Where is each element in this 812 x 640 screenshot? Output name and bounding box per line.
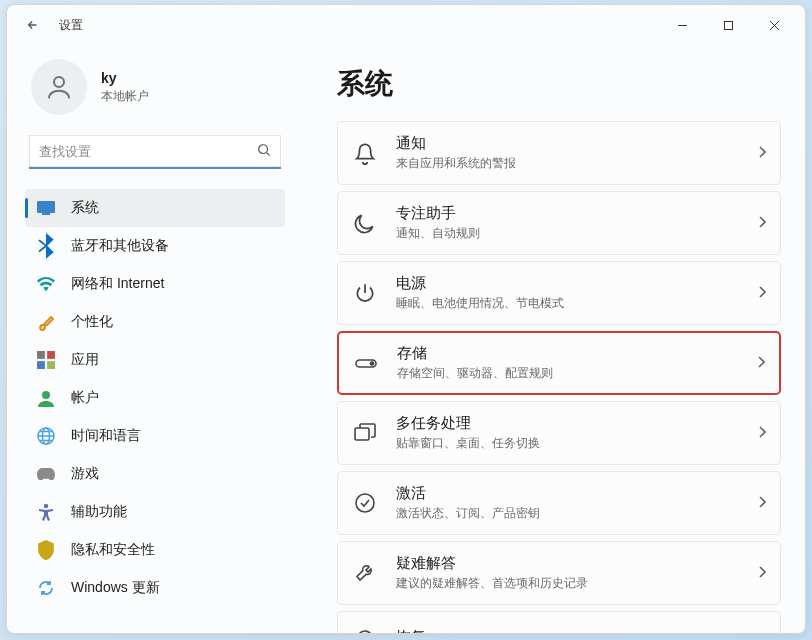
sidebar-item-account[interactable]: 帐户 (25, 379, 285, 417)
gamepad-icon (37, 465, 55, 483)
sidebar-item-shield[interactable]: 隐私和安全性 (25, 531, 285, 569)
power-icon (354, 282, 376, 304)
svg-rect-7 (37, 361, 45, 369)
card-title: 激活 (396, 484, 750, 503)
settings-window: 设置 ky 本地帐户 系统蓝牙和 (6, 4, 806, 634)
card-power[interactable]: 电源睡眠、电池使用情况、节电模式 (337, 261, 781, 325)
titlebar: 设置 (7, 5, 805, 45)
check-icon (354, 492, 376, 514)
svg-rect-4 (42, 213, 50, 215)
card-multitask[interactable]: 多任务处理贴靠窗口、桌面、任务切换 (337, 401, 781, 465)
sidebar-item-label: 时间和语言 (71, 427, 141, 445)
system-icon (37, 199, 55, 217)
card-desc: 贴靠窗口、桌面、任务切换 (396, 435, 750, 452)
wrench-icon (354, 562, 376, 584)
minimize-button[interactable] (659, 9, 705, 41)
search-input[interactable] (29, 135, 281, 169)
sidebar-item-label: Windows 更新 (71, 579, 160, 597)
sidebar-item-accessibility[interactable]: 辅助功能 (25, 493, 285, 531)
sidebar-item-gamepad[interactable]: 游戏 (25, 455, 285, 493)
chevron-right-icon (758, 214, 766, 232)
svg-point-2 (259, 145, 268, 154)
profile-subtitle: 本地帐户 (101, 88, 149, 105)
chevron-right-icon (758, 564, 766, 582)
svg-point-16 (356, 494, 374, 512)
card-title: 恢复 (396, 628, 766, 633)
card-wrench[interactable]: 疑难解答建议的疑难解答、首选项和历史记录 (337, 541, 781, 605)
chevron-right-icon (757, 354, 765, 372)
sidebar-item-label: 网络和 Internet (71, 275, 164, 293)
card-recover[interactable]: 恢复 (337, 611, 781, 633)
svg-point-1 (54, 77, 64, 87)
sidebar-item-system[interactable]: 系统 (25, 189, 285, 227)
svg-rect-5 (37, 351, 45, 359)
card-desc: 激活状态、订阅、产品密钥 (396, 505, 750, 522)
wifi-icon (37, 275, 55, 293)
search-container (29, 135, 281, 169)
person-icon (44, 72, 74, 102)
avatar (31, 59, 87, 115)
profile-name: ky (101, 70, 149, 86)
svg-point-12 (44, 504, 48, 508)
page-title: 系统 (337, 65, 781, 103)
minimize-icon (677, 20, 688, 31)
body: ky 本地帐户 系统蓝牙和其他设备网络和 Internet个性化应用帐户时间和语… (7, 45, 805, 633)
close-icon (769, 20, 780, 31)
card-text: 电源睡眠、电池使用情况、节电模式 (396, 274, 750, 312)
bluetooth-icon (37, 237, 55, 255)
multitask-icon (354, 422, 376, 444)
card-title: 通知 (396, 134, 750, 153)
sidebar-item-brush[interactable]: 个性化 (25, 303, 285, 341)
card-title: 电源 (396, 274, 750, 293)
card-check[interactable]: 激活激活状态、订阅、产品密钥 (337, 471, 781, 535)
arrow-left-icon (26, 18, 40, 32)
card-storage[interactable]: 存储存储空间、驱动器、配置规则 (337, 331, 781, 395)
sidebar-item-label: 隐私和安全性 (71, 541, 155, 559)
bell-icon (354, 142, 376, 164)
sidebar-item-wifi[interactable]: 网络和 Internet (25, 265, 285, 303)
card-text: 通知来自应用和系统的警报 (396, 134, 750, 172)
card-text: 恢复 (396, 628, 766, 633)
sidebar-item-update[interactable]: Windows 更新 (25, 569, 285, 607)
sidebar-item-globe[interactable]: 时间和语言 (25, 417, 285, 455)
window-title: 设置 (59, 17, 83, 34)
card-desc: 通知、自动规则 (396, 225, 750, 242)
brush-icon (37, 313, 55, 331)
close-button[interactable] (751, 9, 797, 41)
svg-rect-0 (724, 21, 732, 29)
sidebar-nav: 系统蓝牙和其他设备网络和 Internet个性化应用帐户时间和语言游戏辅助功能隐… (25, 189, 285, 607)
sidebar-item-label: 帐户 (71, 389, 99, 407)
card-moon[interactable]: 专注助手通知、自动规则 (337, 191, 781, 255)
card-desc: 来自应用和系统的警报 (396, 155, 750, 172)
profile[interactable]: ky 本地帐户 (25, 51, 285, 133)
card-title: 存储 (397, 344, 749, 363)
svg-point-14 (371, 362, 374, 365)
sidebar: ky 本地帐户 系统蓝牙和其他设备网络和 Internet个性化应用帐户时间和语… (7, 45, 297, 633)
sidebar-item-label: 游戏 (71, 465, 99, 483)
sidebar-item-apps[interactable]: 应用 (25, 341, 285, 379)
back-button[interactable] (15, 7, 51, 43)
globe-icon (37, 427, 55, 445)
chevron-right-icon (758, 494, 766, 512)
svg-rect-6 (47, 351, 55, 359)
shield-icon (37, 541, 55, 559)
svg-rect-3 (37, 201, 55, 213)
sidebar-item-label: 蓝牙和其他设备 (71, 237, 169, 255)
card-title: 疑难解答 (396, 554, 750, 573)
card-desc: 存储空间、驱动器、配置规则 (397, 365, 749, 382)
card-text: 激活激活状态、订阅、产品密钥 (396, 484, 750, 522)
sidebar-item-label: 个性化 (71, 313, 113, 331)
sidebar-item-bluetooth[interactable]: 蓝牙和其他设备 (25, 227, 285, 265)
apps-icon (37, 351, 55, 369)
chevron-right-icon (758, 424, 766, 442)
search-icon (257, 143, 271, 161)
cards-list: 通知来自应用和系统的警报专注助手通知、自动规则电源睡眠、电池使用情况、节电模式存… (337, 121, 781, 633)
card-bell[interactable]: 通知来自应用和系统的警报 (337, 121, 781, 185)
window-controls (659, 9, 797, 41)
svg-rect-8 (47, 361, 55, 369)
update-icon (37, 579, 55, 597)
card-text: 存储存储空间、驱动器、配置规则 (397, 344, 749, 382)
maximize-button[interactable] (705, 9, 751, 41)
recover-icon (354, 627, 376, 634)
sidebar-item-label: 应用 (71, 351, 99, 369)
